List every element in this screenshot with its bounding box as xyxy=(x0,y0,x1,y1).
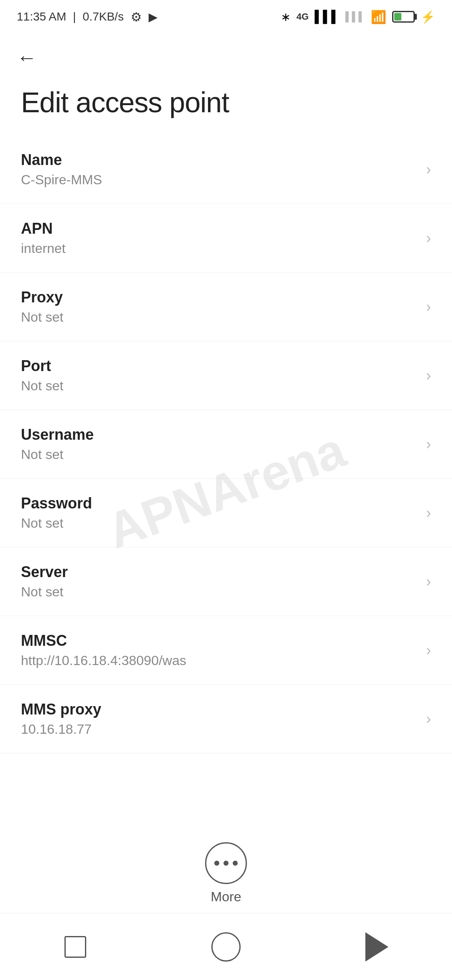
item-value-4: Not set xyxy=(21,447,418,462)
battery-container xyxy=(392,11,415,23)
more-circle-icon xyxy=(205,842,247,884)
item-content: NameC-Spire-MMS xyxy=(21,151,418,188)
item-content: ServerNot set xyxy=(21,563,418,600)
item-label-8: MMS proxy xyxy=(21,701,418,718)
nav-recent-button[interactable] xyxy=(50,930,100,964)
item-label-0: Name xyxy=(21,151,418,169)
recent-apps-icon xyxy=(64,936,86,958)
nav-back-button[interactable] xyxy=(352,930,402,964)
item-value-5: Not set xyxy=(21,516,418,531)
item-content: MMS proxy10.16.18.77 xyxy=(21,701,418,737)
signal-4g-icon: 4G xyxy=(296,11,308,22)
video-icon: ▶ xyxy=(149,10,158,24)
signal-bars-icon: ▌▌▌ xyxy=(315,10,340,23)
battery-box xyxy=(392,11,415,23)
item-value-0: C-Spire-MMS xyxy=(21,172,418,188)
item-value-1: internet xyxy=(21,241,418,256)
item-label-2: Proxy xyxy=(21,289,418,306)
settings-item-port[interactable]: PortNot set› xyxy=(0,341,452,410)
more-button[interactable]: More xyxy=(205,842,247,905)
item-content: PortNot set xyxy=(21,357,418,394)
signal-bars2-icon: ▌▌▌ xyxy=(345,11,365,22)
chevron-right-icon: › xyxy=(426,436,431,453)
nav-home-button[interactable] xyxy=(201,930,251,964)
bluetooth-icon: ∗ xyxy=(281,10,290,24)
back-nav-icon xyxy=(365,932,388,962)
wifi-icon: 📶 xyxy=(371,10,386,24)
charging-icon: ⚡ xyxy=(421,10,435,24)
status-right: ∗ 4G ▌▌▌ ▌▌▌ 📶 ⚡ xyxy=(281,10,435,24)
chevron-right-icon: › xyxy=(426,504,431,522)
item-value-8: 10.16.18.77 xyxy=(21,722,418,737)
chevron-right-icon: › xyxy=(426,573,431,591)
status-bar: 11:35 AM | 0.7KB/s ⚙ ▶ ∗ 4G ▌▌▌ ▌▌▌ 📶 ⚡ xyxy=(0,0,452,34)
item-label-7: MMSC xyxy=(21,632,418,650)
status-time: 11:35 AM xyxy=(17,10,66,23)
chevron-right-icon: › xyxy=(426,230,431,247)
item-label-5: Password xyxy=(21,495,418,512)
item-value-2: Not set xyxy=(21,309,418,325)
status-speed: | xyxy=(73,10,76,23)
status-left: 11:35 AM | 0.7KB/s ⚙ ▶ xyxy=(17,10,158,24)
chevron-right-icon: › xyxy=(426,642,431,659)
chevron-right-icon: › xyxy=(426,298,431,316)
settings-item-mmsc[interactable]: MMSChttp://10.16.18.4:38090/was› xyxy=(0,616,452,685)
item-content: UsernameNot set xyxy=(21,426,418,462)
item-content: MMSChttp://10.16.18.4:38090/was xyxy=(21,632,418,668)
settings-item-proxy[interactable]: ProxyNot set› xyxy=(0,273,452,341)
item-value-7: http://10.16.18.4:38090/was xyxy=(21,653,418,668)
settings-item-username[interactable]: UsernameNot set› xyxy=(0,410,452,479)
settings-item-password[interactable]: PasswordNot set› xyxy=(0,479,452,547)
item-content: APNinternet xyxy=(21,220,418,256)
settings-item-apn[interactable]: APNinternet› xyxy=(0,204,452,273)
settings-item-server[interactable]: ServerNot set› xyxy=(0,547,452,616)
more-dots-icon xyxy=(214,861,238,866)
status-network-speed: 0.7KB/s xyxy=(83,10,124,23)
page-title: Edit access point xyxy=(0,73,452,135)
item-label-1: APN xyxy=(21,220,418,237)
battery-fill xyxy=(394,13,401,21)
item-value-3: Not set xyxy=(21,378,418,394)
chevron-right-icon: › xyxy=(426,710,431,728)
settings-item-name[interactable]: NameC-Spire-MMS› xyxy=(0,135,452,204)
item-label-3: Port xyxy=(21,357,418,375)
settings-list: NameC-Spire-MMS›APNinternet›ProxyNot set… xyxy=(0,135,452,753)
item-value-6: Not set xyxy=(21,584,418,600)
item-content: PasswordNot set xyxy=(21,495,418,531)
more-label: More xyxy=(211,889,241,905)
back-button[interactable]: ← xyxy=(0,34,452,73)
item-content: ProxyNot set xyxy=(21,289,418,325)
chevron-right-icon: › xyxy=(426,161,431,178)
chevron-right-icon: › xyxy=(426,367,431,384)
home-icon xyxy=(211,932,241,962)
item-label-4: Username xyxy=(21,426,418,444)
back-arrow-icon: ← xyxy=(17,46,37,69)
settings-icon: ⚙ xyxy=(131,10,142,24)
navigation-bar xyxy=(0,913,452,980)
settings-item-mms-proxy[interactable]: MMS proxy10.16.18.77› xyxy=(0,685,452,753)
item-label-6: Server xyxy=(21,563,418,581)
